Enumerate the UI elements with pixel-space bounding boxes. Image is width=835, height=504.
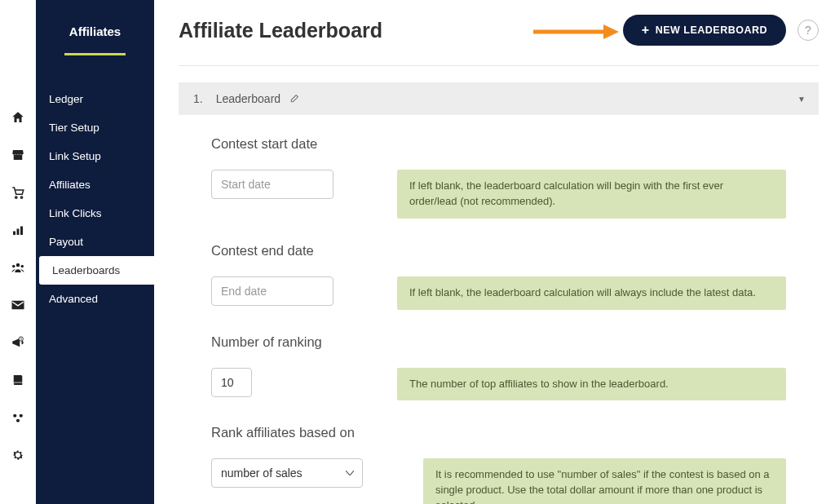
sidebar-item-link-setup[interactable]: Link Setup <box>36 142 154 170</box>
svg-point-7 <box>21 265 24 267</box>
book-icon[interactable] <box>11 373 25 387</box>
field-rank-by: Rank affiliates based on number of sales… <box>211 425 786 504</box>
edit-icon[interactable] <box>289 94 299 104</box>
label-rank-by: Rank affiliates based on <box>211 425 786 440</box>
label-number-ranking: Number of ranking <box>211 334 786 350</box>
hint-contest-start: If left blank, the leaderboard calculati… <box>397 170 786 219</box>
mail-icon[interactable] <box>11 298 25 312</box>
page-header: Affiliate Leaderboard + NEW LEADERBOARD … <box>179 15 819 66</box>
svg-marker-15 <box>603 24 619 39</box>
main-content: Affiliate Leaderboard + NEW LEADERBOARD … <box>154 0 835 504</box>
rank-by-select[interactable]: number of sales <box>211 458 363 488</box>
sidebar-item-tier-setup[interactable]: Tier Setup <box>36 113 154 142</box>
field-number-ranking: Number of ranking The number of top affi… <box>211 334 786 401</box>
dots-icon[interactable] <box>11 410 25 425</box>
new-leaderboard-button[interactable]: + NEW LEADERBOARD <box>623 15 786 46</box>
svg-point-12 <box>20 414 23 418</box>
svg-point-1 <box>20 197 22 198</box>
sidebar-item-link-clicks[interactable]: Link Clicks <box>36 199 154 228</box>
sidebar-item-leaderboards[interactable]: Leaderboards <box>39 256 154 285</box>
svg-point-13 <box>16 419 20 422</box>
new-leaderboard-label: NEW LEADERBOARD <box>656 24 767 36</box>
sidebar: Affiliates Ledger Tier Setup Link Setup … <box>36 0 154 504</box>
field-contest-start: Contest start date If left blank, the le… <box>211 136 786 219</box>
end-date-input[interactable] <box>211 276 334 306</box>
accordion-body: Contest start date If left blank, the le… <box>179 115 819 504</box>
cart-icon[interactable] <box>11 185 25 200</box>
field-contest-end: Contest end date If left blank, the lead… <box>211 243 786 310</box>
sidebar-title: Affiliates <box>36 24 154 38</box>
group-icon[interactable] <box>11 260 25 275</box>
bar-chart-icon[interactable] <box>11 223 25 237</box>
store-icon[interactable] <box>11 148 25 162</box>
chevron-down-icon: ▼ <box>797 95 806 104</box>
sidebar-item-affiliates[interactable]: Affiliates <box>36 170 154 199</box>
label-contest-start: Contest start date <box>211 136 786 152</box>
svg-point-6 <box>12 265 15 267</box>
sidebar-item-ledger[interactable]: Ledger <box>36 85 154 113</box>
sidebar-item-payout[interactable]: Payout <box>36 228 154 256</box>
leaderboard-accordion: 1. Leaderboard ▼ Contest start date If l… <box>179 82 819 504</box>
svg-rect-2 <box>13 232 15 236</box>
sidebar-item-advanced[interactable]: Advanced <box>36 285 154 313</box>
svg-rect-4 <box>20 227 23 236</box>
icon-rail: 0 <box>0 0 36 504</box>
hint-number-ranking: The number of top affiliates to show in … <box>397 368 786 401</box>
start-date-input[interactable] <box>211 170 334 199</box>
plus-icon: + <box>642 24 650 37</box>
megaphone-icon[interactable]: 0 <box>11 335 25 350</box>
arrow-annotation <box>533 23 619 44</box>
sidebar-divider <box>64 53 126 55</box>
svg-text:0: 0 <box>20 338 22 341</box>
ranking-input[interactable] <box>211 368 252 397</box>
svg-point-0 <box>15 197 17 198</box>
help-icon[interactable]: ? <box>797 20 819 41</box>
svg-rect-3 <box>17 229 20 236</box>
accordion-header[interactable]: 1. Leaderboard ▼ <box>179 82 819 115</box>
label-contest-end: Contest end date <box>211 243 786 259</box>
home-icon[interactable] <box>11 110 25 125</box>
svg-point-5 <box>16 263 20 267</box>
hint-rank-by: It is recommended to use "number of sale… <box>423 458 786 504</box>
gear-icon[interactable] <box>11 448 25 462</box>
svg-point-11 <box>13 414 16 418</box>
page-title: Affiliate Leaderboard <box>179 19 382 42</box>
accordion-name: Leaderboard <box>216 92 281 105</box>
hint-contest-end: If left blank, the leaderboard calculati… <box>397 276 786 310</box>
accordion-number: 1. <box>193 92 203 105</box>
